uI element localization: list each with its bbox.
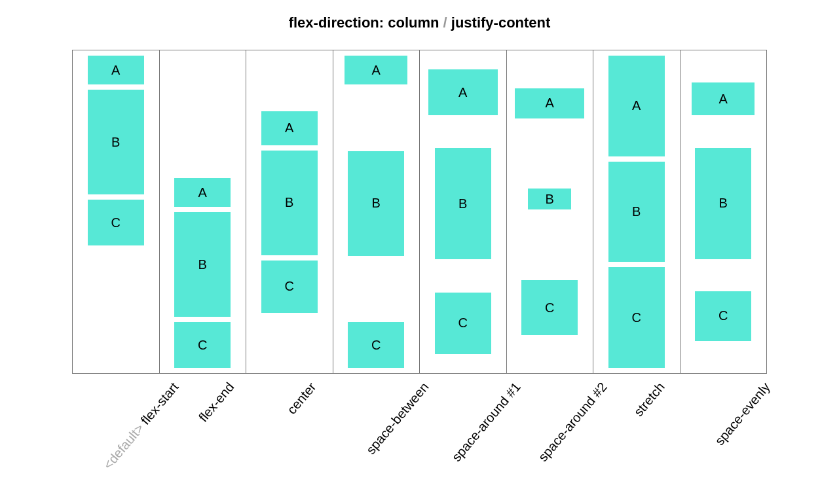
flex-item: C <box>521 280 578 335</box>
demo-column-space-evenly: ABCspace-evenly <box>681 50 768 374</box>
flex-item: C <box>608 267 665 368</box>
flex-item: A <box>608 56 665 156</box>
column-label-text: space-around #1 <box>449 380 523 464</box>
demo-column-flex-end: ABCflex-end <box>160 50 247 374</box>
column-label: space-around #1 <box>449 380 523 465</box>
flex-item: B <box>88 90 144 194</box>
flex-item: A <box>261 111 318 145</box>
flex-item: C <box>174 322 231 368</box>
column-label: space-between <box>364 380 432 458</box>
flex-item: C <box>435 293 491 354</box>
column-label-text: space-between <box>364 380 432 457</box>
flex-item: A <box>88 56 144 84</box>
demo-column-space-between: ABCspace-between <box>333 50 420 374</box>
column-label-text: stretch <box>631 380 667 419</box>
title-part-a: flex-direction: column <box>289 14 439 31</box>
flex-item: B <box>435 148 491 259</box>
flex-item: A <box>345 56 407 84</box>
flex-item: C <box>88 200 144 245</box>
column-label: stretch <box>631 380 667 420</box>
title-separator: / <box>439 14 451 31</box>
demo-column-space-around: ABCspace-around #2 <box>507 50 594 374</box>
flex-item: C <box>261 261 318 313</box>
flex-item: C <box>348 322 404 368</box>
flex-item: B <box>528 189 571 209</box>
demo-column-flex-start: ABC<default> flex-start <box>72 50 160 374</box>
demo-column-center: ABCcenter <box>246 50 333 374</box>
flex-item: B <box>174 212 231 317</box>
column-label: space-around #2 <box>536 380 610 465</box>
default-tag: <default> <box>100 418 149 472</box>
flex-item: B <box>348 151 404 256</box>
flex-item: A <box>515 88 584 118</box>
column-label-text: flex-end <box>196 380 237 425</box>
flex-item: B <box>695 148 751 259</box>
demo-column-space-around: ABCspace-around #1 <box>420 50 507 374</box>
flex-item: A <box>692 82 755 115</box>
column-label-text: center <box>284 380 319 417</box>
diagram-title: flex-direction: column / justify-content <box>0 0 839 31</box>
column-label: flex-end <box>196 380 237 425</box>
column-label-text: space-around #2 <box>536 380 610 464</box>
flex-item: B <box>608 162 665 262</box>
column-label: center <box>284 380 319 417</box>
flex-item: B <box>261 151 318 255</box>
flex-item: A <box>174 178 231 207</box>
column-label: space-evenly <box>712 380 773 448</box>
column-label-text: space-evenly <box>712 380 773 448</box>
flex-item: A <box>428 69 498 115</box>
title-part-b: justify-content <box>451 14 551 31</box>
flex-item: C <box>695 291 751 341</box>
column-label-text: flex-start <box>138 380 181 427</box>
demo-column-stretch: ABCstretch <box>593 50 681 374</box>
column-label: <default> flex-start <box>100 380 181 473</box>
columns-row: ABC<default> flex-startABCflex-endABCcen… <box>72 50 767 374</box>
